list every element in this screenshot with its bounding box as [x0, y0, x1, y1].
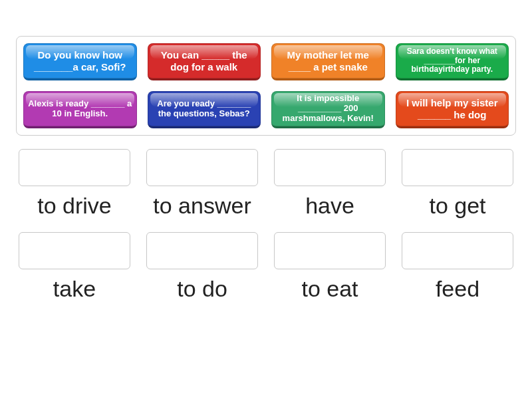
answer-slot: feed: [399, 232, 516, 302]
prompt-tile[interactable]: Alexis is ready _______ a 10 in English.: [23, 91, 137, 128]
answer-slot: to do: [144, 232, 261, 302]
answer-label: have: [305, 193, 354, 219]
answer-label: take: [53, 276, 96, 302]
drop-target[interactable]: [146, 232, 258, 269]
answer-label: to get: [429, 193, 485, 219]
prompt-tile[interactable]: Are you ready _______ the questions, Seb…: [148, 91, 261, 128]
drop-target[interactable]: [402, 232, 513, 269]
question-tile-panel: Do you know how _______a car, Sofi? You …: [16, 36, 516, 136]
answer-label: feed: [436, 276, 479, 302]
answer-label: to drive: [37, 193, 112, 219]
drop-target[interactable]: [19, 149, 130, 186]
prompt-tile[interactable]: Sara doesn't know what _______for her bi…: [396, 43, 509, 80]
prompt-tile[interactable]: I will help my sister ______ he dog: [396, 91, 509, 128]
drop-target[interactable]: [274, 232, 386, 269]
answer-slots-grid: to drive to answer have to get take to d…: [16, 149, 516, 302]
answer-slot: have: [271, 149, 388, 219]
prompt-tile[interactable]: Do you know how _______a car, Sofi?: [23, 43, 137, 80]
answer-label: to do: [177, 276, 227, 302]
drop-target[interactable]: [274, 149, 386, 186]
answer-slot: to drive: [16, 149, 133, 219]
answer-slot: to eat: [271, 232, 388, 302]
answer-slot: to answer: [144, 149, 261, 219]
prompt-tile[interactable]: It is impossible _________ 200 marshmall…: [271, 91, 385, 128]
drop-target[interactable]: [19, 232, 130, 269]
answer-slot: to get: [399, 149, 516, 219]
answer-label: to answer: [153, 193, 251, 219]
drop-target[interactable]: [402, 149, 513, 186]
prompt-tile[interactable]: You can _____ the dog for a walk: [148, 43, 261, 80]
question-tiles-grid: Do you know how _______a car, Sofi? You …: [23, 43, 509, 128]
answer-slot: take: [16, 232, 133, 302]
answer-label: to eat: [301, 276, 358, 302]
drop-target[interactable]: [146, 149, 258, 186]
prompt-tile[interactable]: My mother let me ____ a pet snake: [271, 43, 385, 80]
